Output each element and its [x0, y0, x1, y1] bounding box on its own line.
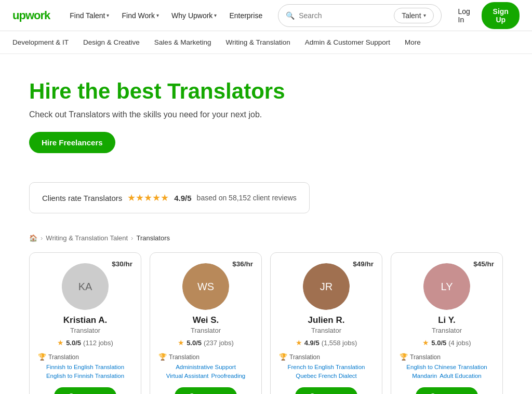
freelancer-card: $45/hr LY Li Y. Translator ★ 5.0/5 (4 jo… — [391, 252, 503, 394]
freelancer-rate: $45/hr — [473, 260, 494, 268]
skill-category-label: Translation — [48, 354, 79, 361]
see-more-button[interactable]: See more — [54, 387, 116, 394]
main-nav: Find Talent ▾ Find Work ▾ Why Upwork ▾ E… — [64, 7, 268, 24]
hero-title: Hire the best Translators — [29, 79, 503, 104]
home-icon: 🏠 — [29, 234, 37, 242]
trophy-icon: 🏆 — [158, 353, 167, 361]
freelancer-rate: $30/hr — [112, 260, 132, 268]
star-icon: ★ — [57, 338, 64, 347]
freelancer-title: Translator — [70, 327, 100, 334]
freelancer-cards: $30/hr KA Kristian A. Translator ★ 5.0/5… — [0, 247, 532, 394]
skill-tag[interactable]: Virtual Assistant — [166, 373, 209, 379]
freelancer-rating: ★ 4.9/5 (1,558 jobs) — [296, 338, 357, 347]
breadcrumb-separator: › — [131, 234, 133, 242]
skill-category: 🏆 Translation — [38, 353, 132, 361]
breadcrumb-home[interactable]: 🏠 — [29, 234, 37, 242]
breadcrumb-separator: › — [41, 234, 43, 242]
skill-tag[interactable]: Adult Education — [440, 373, 482, 379]
breadcrumb-writing[interactable]: Writing & Translation Talent — [46, 234, 128, 242]
rating-score: 5.0/5 — [431, 339, 446, 347]
chevron-down-icon: ▾ — [107, 12, 109, 18]
sub-nav-sales[interactable]: Sales & Marketing — [154, 38, 211, 46]
sub-nav-admin[interactable]: Admin & Customer Support — [305, 38, 390, 46]
sub-nav-dev-it[interactable]: Development & IT — [12, 38, 69, 46]
job-count: (237 jobs) — [204, 339, 234, 347]
skill-tag[interactable]: Mandarin — [412, 373, 437, 379]
stars-icon: ★★★★★ — [127, 192, 169, 203]
rating-score: 5.0/5 — [66, 339, 81, 347]
skill-category-label: Translation — [410, 354, 441, 361]
freelancer-name: Li Y. — [438, 315, 456, 325]
hire-freelancers-button[interactable]: Hire Freelancers — [29, 132, 115, 153]
search-input[interactable] — [299, 11, 390, 20]
trophy-icon: 🏆 — [400, 353, 408, 361]
sub-nav-design[interactable]: Design & Creative — [83, 38, 140, 46]
skill-tag[interactable]: English to Finnish Translation — [46, 373, 124, 379]
freelancer-card: $36/hr WS Wei S. Translator ★ 5.0/5 (237… — [150, 252, 262, 394]
see-more-button[interactable]: See more — [416, 387, 477, 394]
nav-find-work[interactable]: Find Work ▾ — [116, 7, 164, 24]
svg-text:WS: WS — [197, 281, 214, 292]
skill-category: 🏆 Translation — [158, 353, 253, 361]
freelancer-rating: ★ 5.0/5 (237 jobs) — [178, 338, 234, 347]
search-icon: 🔍 — [286, 11, 295, 20]
rating-score: 4.9/5 — [174, 194, 191, 202]
star-icon: ★ — [296, 338, 302, 347]
chevron-down-icon: ▾ — [156, 12, 159, 18]
avatar: LY — [423, 263, 470, 310]
skill-category: 🏆 Translation — [400, 353, 494, 361]
sub-nav-writing[interactable]: Writing & Translation — [225, 38, 290, 46]
nav-why-upwork[interactable]: Why Upwork ▾ — [166, 7, 222, 24]
sub-nav-more[interactable]: More — [405, 38, 421, 46]
chevron-down-icon: ▾ — [423, 12, 426, 18]
freelancer-name: Kristian A. — [63, 315, 107, 325]
breadcrumb: 🏠 › Writing & Translation Talent › Trans… — [0, 226, 532, 247]
star-icon: ★ — [178, 338, 184, 347]
trophy-icon: 🏆 — [38, 353, 46, 361]
nav-enterprise[interactable]: Enterprise — [224, 7, 268, 24]
skill-tag[interactable]: Proofreading — [211, 373, 245, 379]
freelancer-title: Translator — [432, 327, 462, 334]
job-count: (1,558 jobs) — [322, 339, 357, 347]
see-more-button[interactable]: See more — [295, 387, 357, 394]
rating-score: 5.0/5 — [187, 339, 202, 347]
job-count: (112 jobs) — [83, 339, 113, 347]
freelancer-title: Translator — [191, 327, 221, 334]
skill-tag[interactable]: French to English Translation — [288, 364, 365, 370]
avatar: WS — [182, 263, 229, 310]
skill-tag[interactable]: Administrative Support — [176, 364, 236, 370]
chevron-down-icon: ▾ — [214, 12, 217, 18]
see-more-button[interactable]: See more — [175, 387, 236, 394]
trophy-icon: 🏆 — [279, 353, 287, 361]
signup-button[interactable]: Sign Up — [482, 2, 520, 29]
header: upwork Find Talent ▾ Find Work ▾ Why Upw… — [0, 0, 532, 31]
skill-category-label: Translation — [169, 354, 200, 361]
auth-buttons: Log In Sign Up — [452, 2, 520, 29]
freelancer-rating: ★ 5.0/5 (4 jobs) — [422, 338, 471, 347]
freelancer-name: Wei S. — [193, 315, 219, 325]
hero-subtitle: Check out Translators with the skills yo… — [29, 110, 503, 119]
nav-find-talent[interactable]: Find Talent ▾ — [64, 7, 114, 24]
sub-nav: Development & IT Design & Creative Sales… — [0, 31, 532, 54]
login-button[interactable]: Log In — [452, 3, 477, 28]
job-count: (4 jobs) — [448, 339, 471, 347]
skills-list: Finnish to English TranslationEnglish to… — [38, 364, 132, 379]
avatar: JR — [303, 263, 350, 310]
ratings-box: Clients rate Translators ★★★★★ 4.9/5 bas… — [29, 182, 310, 213]
ratings-label: Clients rate Translators — [42, 194, 122, 202]
star-icon: ★ — [422, 338, 429, 347]
breadcrumb-current: Translators — [136, 234, 170, 242]
skill-tag[interactable]: English to Chinese Translation — [406, 364, 487, 370]
upwork-logo[interactable]: upwork — [12, 9, 50, 22]
rating-score: 4.9/5 — [304, 339, 320, 347]
freelancer-card: $49/hr JR Julien R. Translator ★ 4.9/5 (… — [270, 252, 382, 394]
skill-tag[interactable]: Quebec French Dialect — [296, 373, 357, 379]
svg-text:LY: LY — [441, 281, 453, 292]
freelancer-title: Translator — [311, 327, 341, 334]
skill-tag[interactable]: Finnish to English Translation — [46, 364, 124, 370]
freelancer-card: $30/hr KA Kristian A. Translator ★ 5.0/5… — [29, 252, 141, 394]
rating-description: based on 58,152 client reviews — [197, 194, 297, 202]
svg-text:JR: JR — [320, 281, 332, 292]
skills-list: French to English TranslationQuebec Fren… — [279, 364, 374, 379]
talent-filter-button[interactable]: Talent ▾ — [394, 8, 433, 23]
